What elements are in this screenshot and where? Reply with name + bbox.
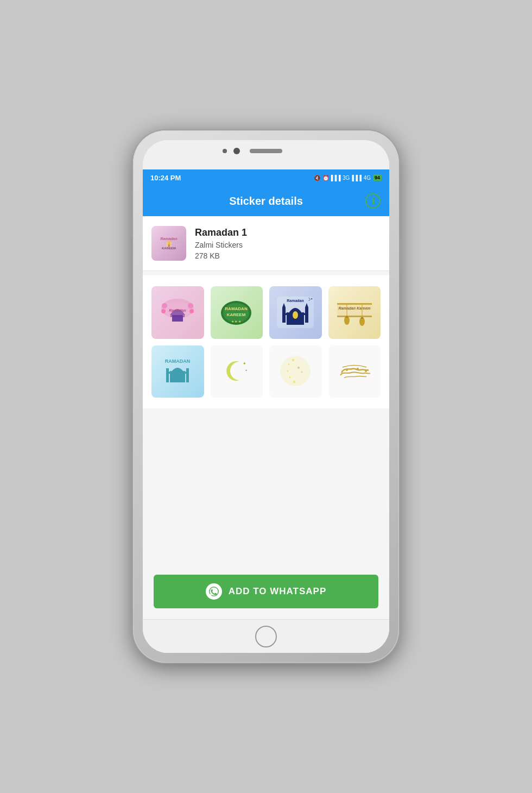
- signal-3g: ▌▌▌3G: [331, 175, 350, 181]
- sticker-3-svg: Ramadan ☽ ✦: [277, 297, 314, 328]
- svg-rect-25: [337, 303, 372, 305]
- svg-rect-36: [186, 368, 189, 382]
- svg-point-44: [289, 377, 290, 379]
- phone-device: 10:24 PM 🔇 ⏰ ▌▌▌3G ▌▌▌4G 94 Sticker deta…: [133, 130, 399, 663]
- sticker-6-svg: ✦ ✦: [223, 356, 250, 386]
- home-button[interactable]: [255, 626, 277, 647]
- sticker-grid: Ramadan KAREEM: [143, 275, 389, 408]
- pack-info: Ramadan 1 Zalmi Stickers 278 KB: [195, 227, 247, 260]
- svg-point-8: [189, 309, 194, 313]
- phone-top-bar: [143, 140, 389, 169]
- nav-bar: [143, 619, 389, 653]
- svg-point-5: [162, 303, 167, 309]
- alarm-icon: ⏰: [322, 175, 329, 181]
- add-to-whatsapp-button[interactable]: ADD TO WHATSAPP: [154, 575, 378, 608]
- svg-text:RAMADAN: RAMADAN: [225, 306, 248, 311]
- svg-text:✦: ✦: [311, 297, 313, 300]
- svg-text:★ ★ ★: ★ ★ ★: [231, 320, 241, 323]
- mute-icon: 🔇: [314, 175, 320, 181]
- sticker-4-svg: Ramadan Kareem: [336, 299, 373, 326]
- info-button[interactable]: ℹ: [365, 193, 381, 209]
- svg-text:RAMADAN: RAMADAN: [165, 358, 191, 364]
- svg-rect-24: [337, 303, 372, 317]
- phone-speaker: [250, 149, 282, 153]
- svg-text:Ramadan: Ramadan: [287, 299, 304, 303]
- camera-dot: [223, 149, 227, 153]
- svg-point-7: [161, 309, 166, 313]
- pack-header: Ramadan 🕌 KAREEM Ramadan 1 Zalmi Sticker…: [143, 216, 389, 271]
- page-title: Sticker details: [229, 195, 303, 207]
- sticker-8[interactable]: [328, 345, 381, 398]
- sticker-5[interactable]: RAMADAN: [151, 345, 204, 398]
- svg-point-6: [188, 303, 193, 309]
- svg-text:✦: ✦: [245, 369, 248, 372]
- svg-rect-17: [305, 307, 308, 323]
- svg-point-41: [292, 359, 294, 361]
- signal-4g: ▌▌▌4G: [352, 175, 371, 181]
- svg-rect-16: [282, 307, 286, 323]
- battery-indicator: 94: [373, 174, 382, 181]
- sticker-6[interactable]: ✦ ✦: [211, 345, 263, 398]
- pack-name: Ramadan 1: [195, 227, 247, 238]
- svg-point-46: [297, 367, 300, 369]
- svg-point-20: [293, 311, 298, 319]
- sticker-1[interactable]: Ramadan KAREEM: [151, 286, 204, 339]
- sticker-8-svg: [336, 359, 373, 383]
- sticker-2[interactable]: RAMADAN KAREEM ★ ★ ★: [211, 286, 263, 339]
- content-spacer: [143, 408, 389, 567]
- svg-text:Ramadan: Ramadan: [169, 309, 186, 312]
- sticker-4[interactable]: Ramadan Kareem: [328, 286, 381, 339]
- sticker-7-svg: [278, 354, 313, 389]
- svg-point-49: [357, 368, 359, 370]
- svg-point-42: [288, 364, 289, 366]
- pack-author: Zalmi Stickers: [195, 241, 247, 249]
- svg-rect-26: [337, 316, 372, 317]
- whatsapp-icon: [206, 583, 222, 600]
- svg-point-47: [301, 372, 302, 373]
- add-btn-container: ADD TO WHATSAPP: [143, 567, 389, 619]
- svg-point-50: [365, 370, 367, 372]
- svg-rect-35: [166, 368, 169, 382]
- svg-text:✦: ✦: [243, 361, 246, 366]
- svg-text:KAREEM: KAREEM: [170, 314, 185, 318]
- add-btn-text: ADD TO WHATSAPP: [229, 586, 327, 597]
- sticker-7[interactable]: [269, 345, 322, 398]
- svg-text:☽: ☽: [307, 297, 311, 302]
- svg-point-45: [293, 381, 295, 383]
- app-header: Sticker details ℹ: [143, 186, 389, 216]
- svg-point-40: [280, 356, 311, 386]
- status-time: 10:24 PM: [150, 174, 181, 182]
- svg-point-48: [346, 369, 348, 371]
- front-camera: [233, 148, 240, 154]
- pack-size: 278 KB: [195, 251, 247, 260]
- svg-point-43: [287, 370, 288, 372]
- status-icons: 🔇 ⏰ ▌▌▌3G ▌▌▌4G 94: [314, 174, 382, 181]
- sticker-1-svg: Ramadan KAREEM: [159, 298, 196, 328]
- sticker-5-svg: RAMADAN: [159, 356, 196, 386]
- svg-text:KAREEM: KAREEM: [227, 312, 246, 317]
- status-bar: 10:24 PM 🔇 ⏰ ▌▌▌3G ▌▌▌4G 94: [143, 169, 389, 186]
- content-area: Ramadan 🕌 KAREEM Ramadan 1 Zalmi Sticker…: [143, 216, 389, 653]
- svg-text:Ramadan Kareem: Ramadan Kareem: [338, 306, 370, 310]
- phone-screen: 10:24 PM 🔇 ⏰ ▌▌▌3G ▌▌▌4G 94 Sticker deta…: [143, 140, 389, 653]
- sticker-3[interactable]: Ramadan ☽ ✦: [269, 286, 322, 339]
- pack-icon: Ramadan 🕌 KAREEM: [151, 226, 186, 261]
- sticker-2-svg: RAMADAN KAREEM ★ ★ ★: [219, 298, 254, 328]
